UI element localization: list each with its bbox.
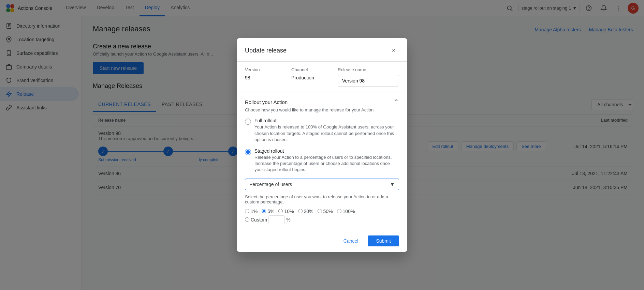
channel-column: Channel Production [291, 67, 332, 87]
dialog-title: Update release [245, 47, 287, 54]
staged-rollout-radio[interactable] [245, 149, 251, 155]
pct-100-option: 100% [337, 209, 355, 214]
release-name-column: Release name [338, 67, 399, 87]
dialog-footer: Cancel Submit [237, 230, 407, 252]
full-rollout-radio[interactable] [245, 119, 251, 125]
release-name-input[interactable] [338, 75, 399, 87]
dropdown-arrow-icon: ▼ [390, 182, 395, 187]
full-rollout-option: Full rollout Your Action is released to … [245, 118, 399, 143]
pct-20-option: 20% [298, 209, 313, 214]
pct-50-radio[interactable] [318, 209, 322, 213]
pct-5-radio[interactable] [262, 209, 266, 213]
version-column: Version 98 [245, 67, 286, 87]
custom-pct-input[interactable] [268, 215, 285, 224]
pct-custom-radio[interactable] [245, 217, 249, 222]
collapse-button[interactable]: ⌃ [393, 98, 399, 106]
pct-1-radio[interactable] [245, 209, 249, 213]
pct-50-option: 50% [318, 209, 333, 214]
percentage-radio-group: 1% 5% 10% 20% 50% [245, 209, 399, 224]
dialog-version-section: Version 98 Channel Production Release na… [237, 62, 407, 92]
cancel-button[interactable]: Cancel [338, 235, 364, 246]
staged-rollout-option: Staged rollout Release your Action to a … [245, 148, 399, 173]
dialog-header: Update release × [237, 38, 407, 62]
pct-20-radio[interactable] [298, 209, 303, 213]
rollout-type-dropdown[interactable]: Percentage of users ▼ [245, 179, 399, 190]
update-release-dialog: Update release × Version 98 Channel Prod… [237, 38, 407, 251]
submit-button[interactable]: Submit [368, 235, 399, 246]
rollout-section-header: Rollout your Action ⌃ [245, 98, 399, 106]
pct-1-option: 1% [245, 209, 258, 214]
pct-100-radio[interactable] [337, 209, 341, 213]
pct-5-option: 5% [262, 209, 274, 214]
dialog-close-button[interactable]: × [388, 45, 399, 56]
dialog-overlay: Update release × Version 98 Channel Prod… [0, 0, 644, 290]
pct-10-option: 10% [278, 209, 294, 214]
pct-10-radio[interactable] [278, 209, 283, 213]
pct-custom-option: Custom % [245, 215, 291, 224]
rollout-section: Rollout your Action ⌃ Choose how you wou… [237, 92, 407, 229]
